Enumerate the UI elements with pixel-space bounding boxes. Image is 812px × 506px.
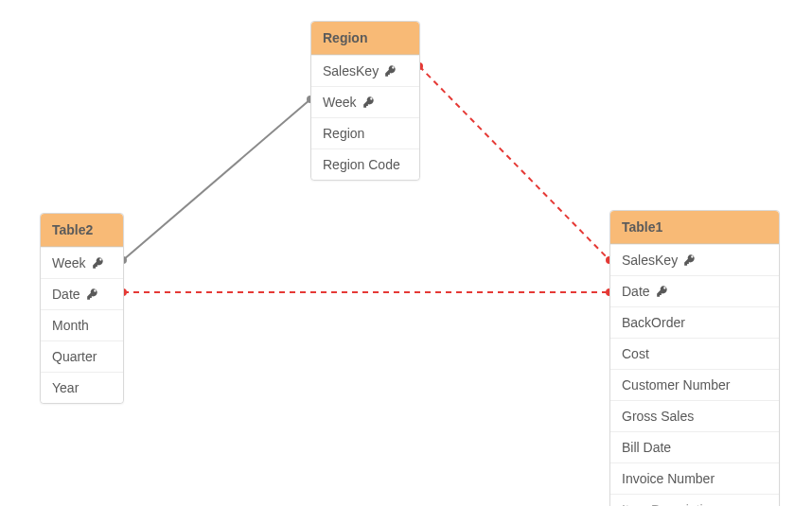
table-header[interactable]: Table1 xyxy=(610,211,779,244)
key-icon xyxy=(86,288,99,301)
field-row[interactable]: SalesKey xyxy=(311,55,419,86)
field-row[interactable]: Month xyxy=(41,309,123,340)
field-name: Customer Number xyxy=(622,377,730,393)
field-row[interactable]: Item Description xyxy=(610,494,779,506)
field-name: Bill Date xyxy=(622,440,671,455)
data-model-canvas[interactable]: Region SalesKey Week Region Region Code … xyxy=(0,0,812,506)
field-name: SalesKey xyxy=(622,253,678,268)
field-row[interactable]: Customer Number xyxy=(610,369,779,400)
field-row[interactable]: Date xyxy=(41,278,123,309)
field-row[interactable]: Date xyxy=(610,275,779,306)
key-icon xyxy=(92,256,105,270)
field-name: Gross Sales xyxy=(622,409,694,424)
field-name: Region Code xyxy=(323,157,400,172)
key-icon xyxy=(362,96,376,109)
field-row[interactable]: Year xyxy=(41,372,123,403)
field-row[interactable]: Quarter xyxy=(41,340,123,372)
field-row[interactable]: Week xyxy=(41,247,123,278)
table-title: Region xyxy=(323,30,367,45)
table-table2[interactable]: Table2 Week Date Month Quarter Year xyxy=(40,213,124,404)
field-name: BackOrder xyxy=(622,315,685,330)
svg-line-0 xyxy=(123,99,310,260)
field-name: Week xyxy=(323,95,357,110)
key-icon xyxy=(384,64,397,78)
table-table1[interactable]: Table1 SalesKey Date BackOrder Cost Cust… xyxy=(609,210,780,506)
field-row[interactable]: BackOrder xyxy=(610,306,779,338)
table-region[interactable]: Region SalesKey Week Region Region Code xyxy=(310,21,420,181)
field-row[interactable]: Week xyxy=(311,86,419,117)
field-name: Month xyxy=(52,318,89,333)
table-title: Table2 xyxy=(52,222,93,237)
field-name: SalesKey xyxy=(323,63,379,79)
field-name: Cost xyxy=(622,346,649,361)
field-name: Item Description xyxy=(622,502,717,506)
field-row[interactable]: SalesKey xyxy=(610,244,779,275)
field-row[interactable]: Invoice Number xyxy=(610,462,779,494)
table-title: Table1 xyxy=(622,219,662,235)
table-header[interactable]: Region xyxy=(311,22,419,55)
field-name: Date xyxy=(622,284,650,299)
key-icon xyxy=(656,285,669,298)
field-name: Quarter xyxy=(52,349,97,364)
field-row[interactable]: Cost xyxy=(610,338,779,369)
field-row[interactable]: Gross Sales xyxy=(610,400,779,431)
svg-line-3 xyxy=(419,66,609,260)
field-name: Year xyxy=(52,380,79,395)
key-icon xyxy=(683,253,697,267)
field-name: Week xyxy=(52,255,86,270)
field-row[interactable]: Region Code xyxy=(311,148,419,180)
field-row[interactable]: Region xyxy=(311,117,419,148)
field-row[interactable]: Bill Date xyxy=(610,431,779,462)
field-name: Date xyxy=(52,287,80,302)
field-name: Region xyxy=(323,126,364,141)
table-header[interactable]: Table2 xyxy=(41,214,123,247)
field-name: Invoice Number xyxy=(622,471,715,486)
